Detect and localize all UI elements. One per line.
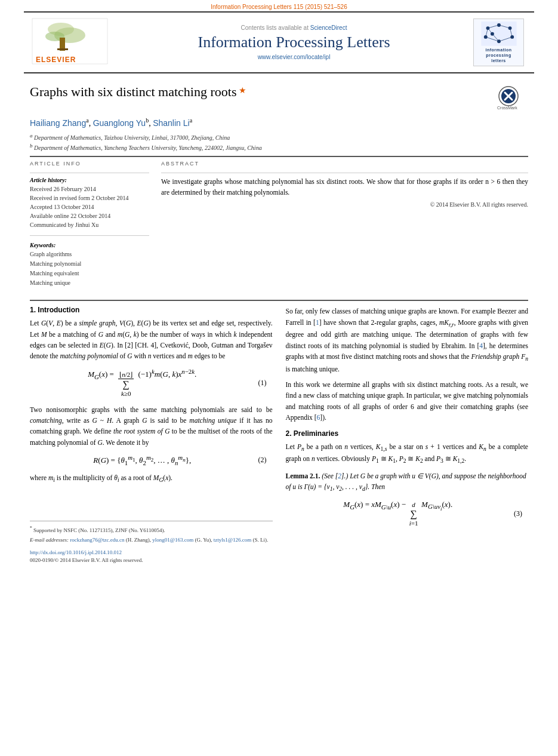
journal-header-center: Contents lists available at ScienceDirec… — [115, 24, 473, 60]
doi-line: http://dx.doi.org/10.1016/j.ipl.2014.10.… — [30, 547, 273, 557]
svg-text:CrossMark: CrossMark — [497, 106, 517, 110]
journal-top-header: Information Processing Letters 115 (2015… — [0, 0, 558, 11]
logo-line2: processing — [486, 53, 511, 57]
keyword-1: Graph algorithms — [30, 250, 149, 259]
ref-1[interactable]: 1 — [316, 319, 319, 326]
author-3-name[interactable]: Shanlin Li — [153, 118, 190, 128]
logo-line1: information — [486, 48, 512, 52]
journal-top-text: Information Processing Letters 115 (2015… — [211, 4, 347, 10]
journal-title: Information Processing Letters — [115, 33, 473, 51]
article-title: Graphs with six distinct matching roots — [30, 84, 236, 99]
history-group: Article history: Received 26 February 20… — [30, 177, 149, 229]
article-info-col: ARTICLE INFO Article history: Received 2… — [30, 161, 149, 293]
affil-b-letter: b — [30, 143, 33, 149]
intro-para-3: where mi is the multiplicity of θi as a … — [30, 472, 273, 485]
abstract-col: ABSTRACT We investigate graphs whose mat… — [161, 161, 528, 293]
abstract-divider — [161, 173, 528, 173]
ref-lemma[interactable]: 2 — [338, 472, 341, 480]
sciencedirect-text: Contents lists available at ScienceDirec… — [115, 24, 473, 31]
journal-url[interactable]: www.elsevier.com/locate/ipl — [115, 54, 473, 60]
right-para-2: In this work we determine all graphs wit… — [286, 379, 529, 423]
affil-b-text: Department of Mathematics, Yancheng Teac… — [34, 145, 262, 151]
crossmark: CrossMark — [495, 84, 528, 111]
title-with-star: Graphs with six distinct matching roots★ — [30, 84, 483, 100]
keywords-group: Keywords: Graph algorithms Matching poly… — [30, 242, 149, 288]
footnote-support: * Supported by NSFC (No. 11271315), ZJNF… — [30, 525, 273, 535]
svg-rect-5 — [57, 48, 68, 50]
journal-logo-box: information processing letters — [473, 19, 524, 66]
info-divider — [30, 173, 149, 173]
author-2-name[interactable]: Guanglong Yu — [93, 118, 146, 128]
page-wrapper: Information Processing Letters 115 (2015… — [0, 0, 558, 564]
formula-2: R(G) = {θ1m1, θ2m2, … , θnmn}, — [36, 454, 249, 466]
accepted-line: Accepted 13 October 2014 — [30, 202, 149, 211]
history-title: Article history: — [30, 177, 149, 183]
formula-3-block: MG(x) = xMG\u(x) − d ∑ i=1 MG\uvi(x). (3… — [286, 500, 529, 527]
keyword-2: Matching polynomial — [30, 259, 149, 269]
formula-1-num: (1) — [249, 379, 267, 388]
divider-thick — [30, 156, 528, 157]
keyword-3: Matching equivalent — [30, 269, 149, 278]
affil-a-text: Department of Mathematics, Taizhou Unive… — [34, 134, 230, 141]
abstract-copyright: © 2014 Elsevier B.V. All rights reserved… — [161, 201, 528, 208]
logo-line3: letters — [491, 59, 506, 63]
formula-1: MG(x) = ⌊n/2⌋ ∑ k≥0 (−1)km(G, k)xn−2k. — [36, 368, 249, 398]
email-link-1[interactable]: rockzhang76@tzc.edu.cn — [70, 537, 124, 543]
keywords-divider — [30, 235, 149, 236]
affil-a-letter: a — [30, 133, 33, 139]
article-title-section: Graphs with six distinct matching roots★… — [30, 84, 528, 111]
sciencedirect-link[interactable]: ScienceDirect — [310, 24, 347, 31]
online-line: Available online 22 October 2014 — [30, 211, 149, 220]
main-body-columns: 1. Introduction Let G(V, E) be a simple … — [30, 306, 528, 564]
article-info-abstract: ARTICLE INFO Article history: Received 2… — [30, 161, 528, 293]
intro-heading: 1. Introduction — [30, 306, 273, 314]
star-icon: ★ — [239, 86, 246, 95]
email-link-2[interactable]: ylong01@163.com — [152, 537, 193, 543]
formula-3: MG(x) = xMG\u(x) − d ∑ i=1 MG\uvi(x). — [292, 500, 505, 527]
svg-text:ELSEVIER: ELSEVIER — [36, 56, 76, 64]
affiliations: a Department of Mathematics, Taizhou Uni… — [30, 132, 528, 153]
footnote-email: E-mail addresses: rockzhang76@tzc.edu.cn… — [30, 536, 273, 545]
formula-2-num: (2) — [249, 456, 267, 465]
doi-link[interactable]: http://dx.doi.org/10.1016/j.ipl.2014.10.… — [30, 549, 122, 555]
prelim-heading: 2. Preliminaries — [286, 429, 529, 438]
communicated-line: Communicated by Jinhui Xu — [30, 220, 149, 229]
author-1-name[interactable]: Hailiang Zhang — [30, 118, 86, 128]
author-3-super: a — [190, 117, 192, 124]
issn-line: 0020-0190/© 2014 Elsevier B.V. All right… — [30, 557, 273, 565]
ref-6[interactable]: 6 — [317, 414, 320, 421]
main-content: Graphs with six distinct matching roots★… — [0, 84, 558, 564]
formula-1-block: MG(x) = ⌊n/2⌋ ∑ k≥0 (−1)km(G, k)xn−2k. (… — [30, 368, 273, 398]
prelim-para-1: Let Pn be a path on n vertices, K1,s be … — [286, 441, 529, 466]
received-line: Received 26 February 2014 — [30, 185, 149, 193]
ref-4[interactable]: 4 — [479, 342, 483, 349]
intro-para-2: Two nonisomorphic graphs with the same m… — [30, 404, 273, 448]
formula-3-num: (3) — [504, 509, 522, 518]
abstract-label: ABSTRACT — [161, 161, 528, 167]
right-body-col: So far, only few classes of matching uni… — [286, 306, 529, 564]
author-1-super: a — [86, 117, 88, 124]
footnote-area: * Supported by NSFC (No. 11271315), ZJNF… — [30, 521, 273, 565]
keywords-title: Keywords: — [30, 242, 149, 248]
revised-line: Received in revised form 2 October 2014 — [30, 193, 149, 202]
journal-logo-right: information processing letters — [473, 19, 527, 66]
authors-line: Hailiang Zhanga, Guanglong Yub, Shanlin … — [30, 117, 528, 128]
main-divider — [30, 300, 528, 301]
journal-logo-left: ELSEVIER — [31, 17, 115, 67]
lemma-text: Lemma 2.1. (See [2].) Let G be a graph w… — [286, 471, 529, 494]
keyword-4: Matching unique — [30, 278, 149, 288]
intro-para-1: Let G(V, E) be a simple graph, V(G), E(G… — [30, 318, 273, 362]
journal-header: ELSEVIER Contents lists available at Sci… — [24, 11, 534, 73]
author-2-super: b — [146, 117, 149, 124]
formula-2-block: R(G) = {θ1m1, θ2m2, … , θnmn}, (2) — [30, 454, 273, 466]
left-body-col: 1. Introduction Let G(V, E) be a simple … — [30, 306, 273, 564]
right-para-1: So far, only few classes of matching uni… — [286, 306, 529, 374]
email-link-3[interactable]: tztyls1@126.com — [214, 537, 252, 543]
abstract-text: We investigate graphs whose matching pol… — [161, 177, 528, 198]
article-info-label: ARTICLE INFO — [30, 161, 149, 167]
